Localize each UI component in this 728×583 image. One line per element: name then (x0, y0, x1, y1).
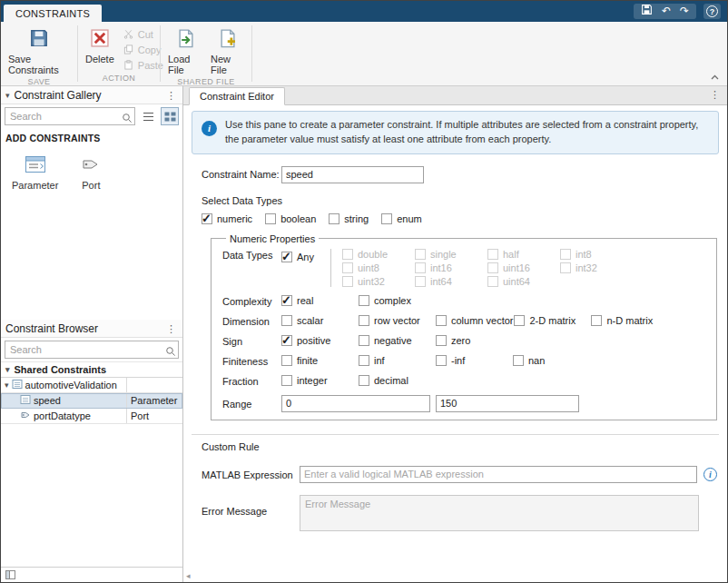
caret-down-icon[interactable]: ▾ (5, 380, 9, 390)
delete-button[interactable]: Delete (82, 25, 118, 72)
gallery-search (5, 107, 135, 125)
checkbox-nan[interactable]: nan (513, 355, 589, 366)
constraint-name-input[interactable] (281, 166, 424, 183)
checkbox-inf[interactable]: inf (359, 355, 435, 366)
help-button[interactable]: ? (703, 4, 721, 19)
checkbox-decimal[interactable]: decimal (359, 375, 435, 386)
copy-label: Copy (138, 44, 162, 55)
checkbox-int8[interactable]: int8 (560, 249, 633, 260)
checkbox-uint32[interactable]: uint32 (342, 276, 415, 287)
checkbox-any[interactable]: Any (281, 252, 314, 262)
tree-name-cell: portDatatype (1, 409, 126, 423)
gallery-item-port[interactable]: Port (71, 154, 111, 191)
checkbox-nd-matrix[interactable]: n-D matrix (591, 315, 667, 326)
checkbox-zero[interactable]: zero (436, 335, 512, 346)
expression-info-icon[interactable]: i (703, 468, 717, 481)
tree-row-automotive-validation[interactable]: ▾ automotiveValidation (1, 378, 182, 393)
gallery-menu-button[interactable]: ⋮ (164, 91, 178, 100)
browser-search (5, 341, 179, 359)
ribbon-group-label-action: ACTION (78, 72, 160, 86)
error-message-textarea[interactable] (300, 495, 699, 531)
checkbox-uint8[interactable]: uint8 (342, 262, 415, 273)
tab-constraint-editor[interactable]: Constraint Editor (189, 87, 285, 105)
checkbox-real[interactable]: real (281, 295, 358, 306)
checkbox-uint16[interactable]: uint16 (487, 262, 560, 273)
save-constraints-button[interactable]: Save Constraints (5, 25, 74, 75)
checkbox-int16[interactable]: int16 (415, 262, 487, 273)
copy-button[interactable]: Copy (123, 44, 163, 56)
dimension-label: Dimension (222, 315, 281, 327)
checkbox-negative[interactable]: negative (359, 335, 435, 346)
gallery-toolbar (1, 104, 182, 128)
panel-collapse-icon[interactable] (5, 567, 15, 583)
checkbox-column-vector[interactable]: column vector (436, 315, 513, 326)
ribbon-collapse-button[interactable] (707, 71, 722, 83)
help-icon: ? (706, 5, 718, 17)
checkbox-row-vector[interactable]: row vector (359, 315, 435, 326)
new-file-button[interactable]: New File (207, 25, 248, 75)
grid-view-button[interactable] (161, 107, 179, 125)
delete-icon (90, 28, 110, 50)
constraint-browser-panel: Constraint Browser ⋮ ▾ Shared Constraint… (1, 320, 182, 567)
gallery-search-input[interactable] (5, 107, 135, 125)
load-file-button[interactable]: Load File (164, 25, 207, 75)
range-label: Range (222, 398, 281, 410)
checkbox-integer[interactable]: integer (281, 375, 358, 386)
tree-row-port-datatype[interactable]: portDatatype Port (1, 409, 182, 424)
checkbox-finite[interactable]: finite (281, 355, 358, 366)
checkbox-int32[interactable]: int32 (560, 262, 633, 273)
toolstrip-tab-bar: CONSTRAINTS ↶ ↷ ? (1, 1, 727, 22)
tree-type-cell: Parameter (126, 393, 182, 408)
editor-menu-button[interactable]: ⋮ (708, 90, 722, 99)
save-constraints-label: Save Constraints (8, 54, 70, 75)
finiteness-row: Finiteness finite inf -inf nan (222, 355, 705, 367)
browser-title: Constraint Browser (5, 322, 98, 335)
checkbox-string[interactable]: string (329, 213, 369, 224)
checkbox-2d-matrix[interactable]: 2-D matrix (514, 315, 590, 326)
matlab-expression-row: MATLAB Expression i (202, 466, 717, 483)
shared-constraints-header[interactable]: ▾ Shared Constraints (1, 361, 182, 378)
checkbox-uint64[interactable]: uint64 (487, 276, 560, 287)
checkbox-half[interactable]: half (487, 249, 560, 260)
parameter-constraint-icon (20, 394, 31, 407)
search-icon (122, 111, 133, 127)
paste-button[interactable]: Paste (123, 59, 163, 72)
matlab-expression-input[interactable] (300, 466, 697, 483)
tree-name-cell: ▾ automotiveValidation (1, 378, 126, 392)
checkbox-scalar[interactable]: scalar (281, 315, 358, 326)
browser-header: Constraint Browser ⋮ (1, 320, 182, 338)
list-view-button[interactable] (139, 107, 157, 125)
save-icon[interactable] (641, 4, 653, 20)
main-panel: Constraint Editor ⋮ i Use this pane to c… (183, 86, 727, 582)
redo-icon[interactable]: ↷ (680, 4, 689, 19)
constraint-tree: ▾ automotiveValidation (1, 378, 182, 424)
checkbox-neg-inf[interactable]: -inf (436, 355, 512, 366)
splitter-collapse-icon[interactable]: ◂ (186, 571, 191, 580)
checkbox-numeric[interactable]: numeric (202, 213, 252, 224)
checkbox-enum[interactable]: enum (381, 213, 422, 224)
checkbox-double[interactable]: double (342, 249, 415, 260)
range-max-input[interactable] (436, 395, 579, 412)
checkbox-boolean[interactable]: boolean (265, 213, 316, 224)
gallery-item-parameter[interactable]: Parameter (12, 154, 58, 191)
checkbox-single[interactable]: single (415, 249, 487, 260)
sign-row: Sign positive negative zero (222, 335, 705, 347)
range-min-input[interactable] (281, 395, 430, 412)
browser-menu-button[interactable]: ⋮ (164, 324, 178, 333)
ribbon-group-shared-file: Load File New File SHARED FILE (161, 22, 251, 85)
constraint-gallery-panel: ▾ Constraint Gallery ⋮ (1, 86, 182, 320)
constraint-name-row: Constraint Name: (202, 166, 717, 183)
checkbox-complex[interactable]: complex (359, 295, 435, 306)
browser-search-input[interactable] (5, 341, 179, 359)
gallery-title: Constraint Gallery (15, 89, 102, 102)
fraction-label: Fraction (222, 375, 281, 387)
undo-icon[interactable]: ↶ (662, 4, 671, 19)
caret-down-icon[interactable]: ▾ (5, 91, 10, 100)
tree-row-speed[interactable]: speed Parameter (1, 393, 182, 409)
gallery-item-label: Port (82, 180, 100, 191)
cut-button[interactable]: Cut (123, 28, 163, 41)
checkbox-positive[interactable]: positive (281, 335, 358, 346)
custom-rule-label: Custom Rule (202, 441, 727, 452)
tab-constraints[interactable]: CONSTRAINTS (4, 5, 102, 22)
checkbox-int64[interactable]: int64 (415, 276, 487, 287)
